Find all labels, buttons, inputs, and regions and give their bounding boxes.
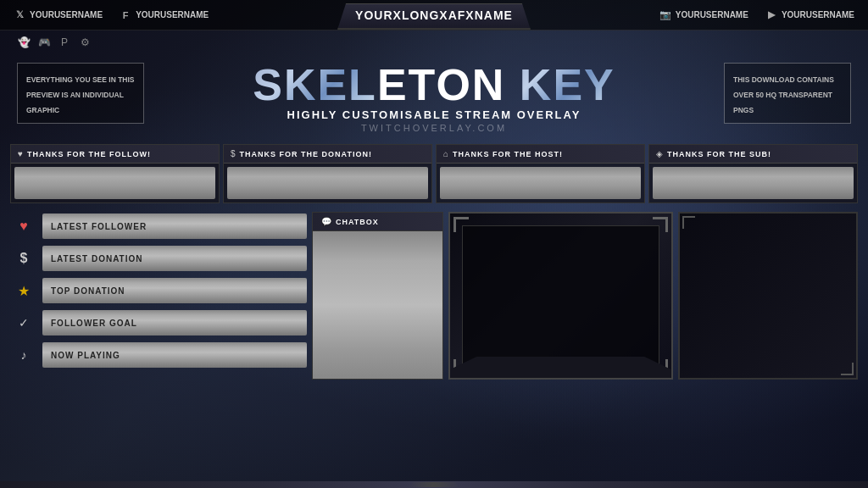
donation-icon-box: $ xyxy=(10,245,37,272)
star-icon: ★ xyxy=(18,283,30,299)
website: TWITCHOVERLAY.COM xyxy=(253,123,615,133)
alert-host: ⌂ THANKS FOR THE HOST! xyxy=(436,144,645,203)
top-bar-left: 𝕏 YOURUSERNAME f YOURUSERNAME xyxy=(14,9,209,21)
alert-follow-label: THANKS FOR THE FOLLOW! xyxy=(27,150,151,158)
chatbox-header: 💬 CHATBOX xyxy=(312,212,443,230)
left-notice-text: EVERYTHING YOU SEE IN THIS PREVIEW IS AN… xyxy=(26,75,135,114)
left-panel: ♥ LATEST FOLLOWER $ LATEST DONATION ★ xyxy=(10,212,307,380)
donation-bar: LATEST DONATION xyxy=(42,246,307,271)
top-donation-bar: TOP DONATION xyxy=(42,278,307,303)
alert-host-label: THANKS FOR THE HOST! xyxy=(453,150,563,158)
chatbox-label: CHATBOX xyxy=(336,218,379,226)
facebook-icon: f xyxy=(120,9,131,21)
instagram-icon: 📷 xyxy=(659,9,671,21)
twitter-icon: 𝕏 xyxy=(14,9,25,21)
alert-donation-content xyxy=(227,167,428,199)
music-icon: ♪ xyxy=(21,348,27,362)
alert-row: ♥ THANKS FOR THE FOLLOW! $ THANKS FOR TH… xyxy=(0,137,868,208)
check-icon: ✓ xyxy=(19,316,29,330)
title-key: KEY xyxy=(505,60,615,109)
alert-host-content xyxy=(440,167,641,199)
heart-icon: ♥ xyxy=(18,149,23,158)
youtube-social: ▶ YOURUSERNAME xyxy=(765,9,854,21)
channel-name-box: YOURxLONGxAFxNAME xyxy=(337,3,531,30)
follower-bar: LATEST FOLLOWER xyxy=(42,214,307,239)
channel-name-area: YOURxLONGxAFxNAME xyxy=(337,3,531,30)
now-playing-label: NOW PLAYING xyxy=(51,351,120,360)
diamond-icon: ◈ xyxy=(656,149,663,158)
title-skel: SKEL xyxy=(253,60,377,109)
instagram-username: YOURUSERNAME xyxy=(676,10,748,19)
donation-dollar-icon: $ xyxy=(20,251,28,266)
right-panels xyxy=(448,212,858,380)
follower-heart-icon: ♥ xyxy=(19,219,28,234)
left-notice: EVERYTHING YOU SEE IN THIS PREVIEW IS AN… xyxy=(17,63,144,124)
chatbox-panel: 💬 CHATBOX xyxy=(312,212,443,380)
bottom-section: ♥ LATEST FOLLOWER $ LATEST DONATION ★ xyxy=(0,208,868,386)
alert-sub-content xyxy=(653,167,854,199)
chatbox-icon: 💬 xyxy=(321,217,331,226)
top-donation-icon-box: ★ xyxy=(10,277,37,304)
alert-donation-header: $ THANKS FOR THE DONATION! xyxy=(224,145,431,164)
now-playing-bar: NOW PLAYING xyxy=(42,342,307,368)
alert-host-header: ⌂ THANKS FOR THE HOST! xyxy=(437,145,644,164)
snapchat-icon: 👻 xyxy=(17,36,31,49)
title-area: EVERYTHING YOU SEE IN THIS PREVIEW IS AN… xyxy=(0,54,868,137)
main-title: SKELETON KEY xyxy=(253,63,615,107)
alert-sub: ◈ THANKS FOR THE SUB! xyxy=(648,144,858,203)
follower-label: LATEST FOLLOWER xyxy=(51,222,147,231)
dollar-icon: $ xyxy=(231,149,236,158)
stat-top-donation: ★ TOP DONATION xyxy=(10,276,307,305)
youtube-icon: ▶ xyxy=(765,9,777,21)
discord-icon: ⚙ xyxy=(78,36,92,49)
alert-follow-header: ♥ THANKS FOR THE FOLLOW! xyxy=(11,145,219,164)
webcam-right xyxy=(678,212,858,380)
paypal-icon: P xyxy=(58,36,71,49)
top-bar: 𝕏 YOURUSERNAME f YOURUSERNAME YOURxLONGx… xyxy=(0,0,868,30)
bottom-center-piece xyxy=(409,482,459,487)
youtube-username: YOURUSERNAME xyxy=(782,10,854,19)
twitter-social: 𝕏 YOURUSERNAME xyxy=(14,9,103,21)
right-notice: THIS DOWNLOAD CONTAINS OVER 50 HQ TRANSP… xyxy=(724,63,851,124)
steam-icon: 🎮 xyxy=(37,36,51,49)
stat-donation: $ LATEST DONATION xyxy=(10,244,307,273)
twitter-username: YOURUSERNAME xyxy=(30,10,103,19)
webcam-center xyxy=(448,212,673,380)
top-bar-right: 📷 YOURUSERNAME ▶ YOURUSERNAME xyxy=(659,9,854,21)
top-donation-label: TOP DONATION xyxy=(51,286,125,296)
title-eton: ETON xyxy=(377,60,506,109)
subtitle: HIGHLY CUSTOMISABLE STREAM OVERLAY xyxy=(253,108,615,121)
follower-goal-bar: FOLLOWER GOAL xyxy=(42,310,307,336)
home-icon: ⌂ xyxy=(443,149,448,158)
alert-donation-label: THANKS FOR THE DONATION! xyxy=(240,150,372,158)
right-notice-text: THIS DOWNLOAD CONTAINS OVER 50 HQ TRANSP… xyxy=(733,75,834,114)
follower-icon-box: ♥ xyxy=(10,213,37,240)
alert-sub-label: THANKS FOR THE SUB! xyxy=(667,150,771,158)
instagram-social: 📷 YOURUSERNAME xyxy=(659,9,748,21)
icons-row: 👻 🎮 P ⚙ xyxy=(0,30,868,54)
facebook-username: YOURUSERNAME xyxy=(136,10,209,19)
donation-label: LATEST DONATION xyxy=(51,254,143,263)
bottom-bar xyxy=(0,481,868,488)
follower-goal-icon-box: ✓ xyxy=(10,309,37,336)
alert-donation: $ THANKS FOR THE DONATION! xyxy=(223,144,432,203)
stat-now-playing: ♪ NOW PLAYING xyxy=(10,341,307,369)
stat-follower-goal: ✓ FOLLOWER GOAL xyxy=(10,308,307,337)
alert-follow-content xyxy=(14,167,215,199)
alert-follow: ♥ THANKS FOR THE FOLLOW! xyxy=(10,144,220,203)
stat-follower: ♥ LATEST FOLLOWER xyxy=(10,212,307,241)
follower-goal-label: FOLLOWER GOAL xyxy=(51,319,137,328)
now-playing-icon-box: ♪ xyxy=(10,341,37,369)
channel-name: YOURxLONGxAFxNAME xyxy=(355,8,513,22)
chatbox-body xyxy=(312,230,443,380)
facebook-social: f YOURUSERNAME xyxy=(120,9,209,21)
alert-sub-header: ◈ THANKS FOR THE SUB! xyxy=(649,145,857,164)
main-title-block: SKELETON KEY HIGHLY CUSTOMISABLE STREAM … xyxy=(253,63,615,133)
